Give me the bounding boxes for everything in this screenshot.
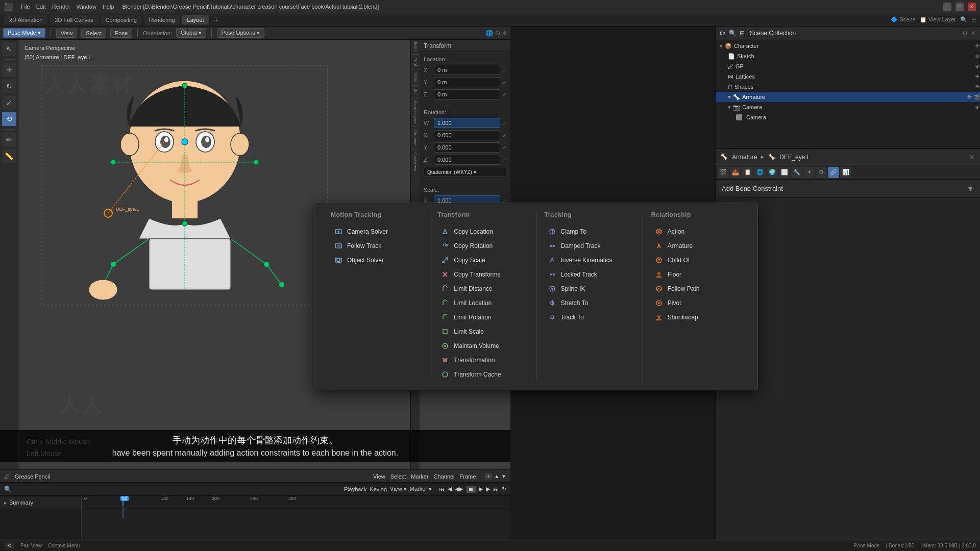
item-tab[interactable]: Item (413, 42, 418, 51)
close-button[interactable]: ✕ (968, 3, 976, 11)
summary-channel[interactable]: ▸ Summary (0, 497, 81, 508)
rename-tab[interactable]: Rename (413, 130, 418, 145)
limit-distance-item[interactable]: Limit Distance (437, 282, 527, 296)
rot-y-field[interactable]: 0.000 (434, 142, 500, 153)
timeline-select[interactable]: Select (390, 473, 406, 480)
scale-tool[interactable]: ⤢ (2, 95, 16, 110)
pose-menu[interactable]: Pose (110, 29, 132, 38)
tab-object[interactable]: ⬜ (779, 167, 790, 178)
locked-track-item[interactable]: Locked Track (545, 267, 634, 282)
tab-data[interactable]: 📊 (840, 167, 851, 178)
object-solver-item[interactable]: Object Solver (331, 253, 421, 267)
rot-z-copy-icon[interactable]: ⤢ (502, 157, 506, 163)
stretch-to-item[interactable]: Stretch To (545, 296, 634, 310)
loc-x-field[interactable]: 0 m (434, 65, 500, 75)
tab-constraints[interactable]: 🔗 (828, 167, 839, 178)
child-of-item[interactable]: Child Of (651, 253, 741, 267)
timeline-marker[interactable]: Marker (411, 473, 428, 480)
menu-render[interactable]: Render (52, 4, 70, 10)
outliner-item-gp[interactable]: 🖊 GP 👁 (716, 61, 980, 71)
goto-end[interactable]: ⏭ (493, 486, 499, 492)
next-frame[interactable]: ▶ (486, 486, 490, 492)
transform-tool[interactable]: ⟲ (2, 112, 16, 126)
tab-rendering[interactable]: Rendering (144, 15, 180, 24)
play-fwd[interactable]: ▶ (479, 486, 483, 492)
copy-scale-item[interactable]: Copy Scale (437, 253, 527, 267)
loc-z-copy-icon[interactable]: ⤢ (502, 92, 506, 97)
follow-track-item[interactable]: Follow Track (331, 239, 421, 253)
minimize-button[interactable]: ─ (943, 3, 951, 11)
clamp-to-item[interactable]: Clamp To (545, 224, 634, 239)
bone-layers-tab[interactable]: Bone Layers (413, 101, 418, 123)
eye-icon[interactable]: 👁 (975, 43, 980, 49)
tl-marker-btn[interactable]: Marker ▾ (410, 486, 432, 492)
transform-cache-item[interactable]: Transform Cache (437, 367, 527, 382)
gizmo-icon[interactable]: ✛ (502, 30, 507, 37)
play-stop[interactable]: ⏹ (466, 486, 476, 493)
gp-eye[interactable]: 👁 (975, 64, 980, 69)
prev-frame[interactable]: ◀ (448, 486, 452, 492)
armature-restrict-render[interactable]: 🎬 (974, 94, 980, 100)
limit-rotation-item[interactable]: Limit Rotation (437, 310, 527, 324)
loc-y-field[interactable]: 0 m (434, 77, 500, 87)
damped-track-item[interactable]: Damped Track (545, 239, 634, 253)
pose-options-btn[interactable]: Pose Options ▾ (217, 28, 264, 38)
tab-layout[interactable]: Layout (182, 15, 209, 24)
goto-start[interactable]: ⏮ (439, 486, 445, 492)
rot-y-copy-icon[interactable]: ⤢ (502, 145, 506, 151)
timeline-type[interactable]: Grease Pencil (15, 473, 50, 480)
pan-view-btn[interactable]: Pan View (20, 543, 42, 548)
shrinkwrap-item[interactable]: Shrinkwrap (651, 310, 741, 324)
copy-location-item[interactable]: Copy Location (437, 224, 527, 239)
playback-btn[interactable]: Playback (344, 486, 367, 492)
tab-modifier[interactable]: 🔧 (791, 167, 802, 178)
spline-ik-item[interactable]: Spline IK (545, 282, 634, 296)
tab-view-layer[interactable]: 📋 (742, 167, 753, 178)
outliner-item-character[interactable]: ▾ 📦 Character 👁 (716, 41, 980, 51)
tool-tab[interactable]: Tool (413, 58, 418, 66)
menu-file[interactable]: File (21, 4, 30, 10)
rot-w-copy-icon[interactable]: ⤢ (502, 120, 506, 126)
frame-step-down[interactable]: ▼ (501, 473, 506, 479)
add-constraint-bar[interactable]: Add Bone Constraint ▼ (716, 180, 980, 198)
props-close-icon[interactable]: ✕ (969, 153, 975, 161)
camera-eye[interactable]: 👁 (975, 105, 980, 110)
maintain-volume-item[interactable]: Maintain Volume (437, 339, 527, 353)
tab-compositing[interactable]: Compositing (101, 15, 142, 24)
tab-world[interactable]: 🌍 (767, 167, 778, 178)
shapes-eye[interactable]: 👁 (975, 84, 980, 90)
menu-edit[interactable]: Edit (36, 4, 46, 10)
outliner-item-shapes[interactable]: ◻ Shapes 👁 (716, 82, 980, 92)
rot-z-field[interactable]: 0.000 (434, 155, 500, 165)
tl-search-icon[interactable]: 🔍 (4, 486, 12, 493)
search-icon[interactable]: 🔍 (960, 16, 967, 23)
tab-add-button[interactable]: + (211, 16, 222, 24)
keying-btn[interactable]: Keying (370, 486, 387, 492)
rot-w-field[interactable]: 1.000 (434, 118, 500, 128)
outliner-close-icon[interactable]: ✕ (971, 30, 976, 37)
orientation-selector[interactable]: Global ▾ (176, 28, 206, 38)
tab-particles[interactable]: ✦ (803, 167, 815, 178)
floor-item[interactable]: Floor (651, 267, 741, 282)
view-tab[interactable]: View (413, 72, 418, 82)
timeline-frame[interactable]: Frame (460, 473, 476, 480)
timeline-channel[interactable]: Channel (434, 473, 455, 480)
outliner-item-armature[interactable]: ▾ 🦴 Armature 👁 🎬 (716, 92, 980, 102)
maximize-button[interactable]: □ (955, 3, 964, 11)
armature-constraint-item[interactable]: Armature (651, 239, 741, 253)
outliner-view-icon[interactable]: 🗂 (720, 30, 726, 37)
context-menu-btn[interactable]: Context Menu (48, 543, 80, 548)
inverse-kinematics-item[interactable]: Inverse Kinematics (545, 253, 634, 267)
filter-icon[interactable]: ⊟ (971, 16, 976, 23)
rot-x-field[interactable]: 0.000 (434, 130, 500, 140)
overlay-icon[interactable]: ⊙ (495, 30, 500, 37)
frame-add-btn[interactable]: + (485, 473, 492, 480)
tab-physics[interactable]: ⚙ (816, 167, 827, 178)
select-tool[interactable]: ↖ (2, 42, 16, 56)
play-back[interactable]: ◀▶ (455, 486, 463, 492)
move-tool[interactable]: ✛ (2, 63, 16, 77)
tab-scene[interactable]: 🌐 (754, 167, 766, 178)
menu-help[interactable]: Help (103, 4, 114, 10)
armature-eye[interactable]: 👁 (967, 94, 972, 100)
follow-path-item[interactable]: Follow Path (651, 282, 741, 296)
